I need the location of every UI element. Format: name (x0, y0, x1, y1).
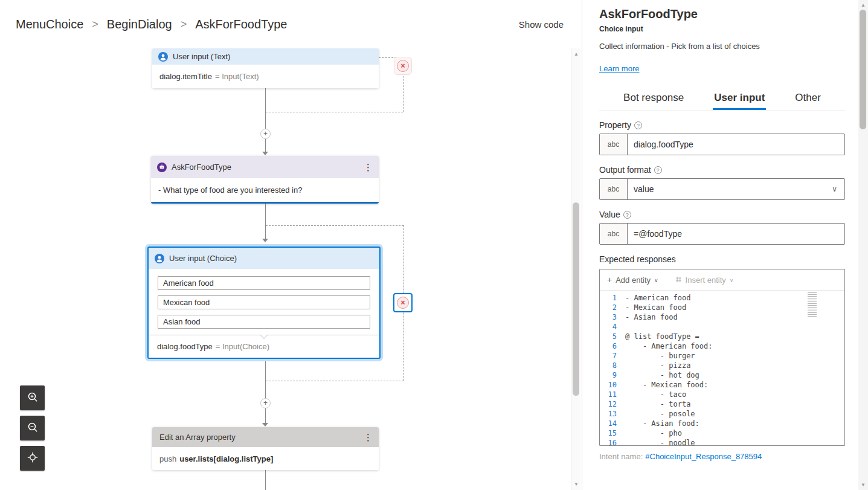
chevron-down-icon: ∨ (730, 277, 734, 283)
node-title: Edit an Array property (159, 433, 236, 442)
tab-bot-response[interactable]: Bot response (622, 87, 685, 110)
operation-text: push (159, 454, 176, 463)
panel-title: AskForFoodType (599, 7, 845, 21)
breadcrumb-item[interactable]: BeginDialog (107, 18, 172, 31)
node-title: AskForFoodType (172, 163, 231, 172)
branch-connector-dashed (266, 381, 403, 381)
scrollbar-thumb[interactable] (573, 202, 579, 396)
code-line: 10 - Mexican food: (600, 380, 844, 390)
field-type-badge: abc (600, 224, 628, 244)
close-circle-icon[interactable]: × (397, 60, 409, 72)
property-text: dialog.foodType (157, 342, 213, 351)
arrowhead-icon (262, 423, 268, 427)
insert-entity-label: Insert entity (686, 276, 726, 285)
prompt-text: - What type of food are you interested i… (151, 178, 379, 202)
flow-node-askforfoodtype[interactable]: AskForFoodType ⋮ - What type of food are… (151, 156, 379, 204)
zoom-in-button[interactable] (20, 385, 45, 410)
tab-other[interactable]: Other (794, 87, 822, 110)
tab-user-input[interactable]: User input (713, 87, 766, 110)
user-input-form: Property ? abc dialog.foodType Output fo… (599, 120, 845, 461)
minimap (808, 292, 817, 318)
chevron-down-icon: ∨ (654, 277, 658, 283)
delete-branch-marker-selected[interactable]: × (393, 293, 413, 312)
bot-prompt-icon (157, 163, 167, 172)
canvas-header: MenuChoice>BeginDialog>AskForFoodType Sh… (0, 0, 582, 48)
code-line: 14 - Asian food: (600, 419, 844, 428)
user-icon (158, 52, 168, 62)
add-node-button[interactable]: + (260, 129, 271, 139)
flow-node-edit-array[interactable]: Edit an Array property ⋮ push user.lists… (152, 427, 379, 470)
choice-item[interactable]: Mexican food (158, 295, 370, 309)
scroll-down-icon[interactable]: ▼ (571, 480, 581, 489)
property-input[interactable]: dialog.foodType (628, 134, 844, 155)
zoom-out-button[interactable] (20, 416, 45, 440)
code-line: 6 - American food: (600, 341, 844, 351)
flow-node-user-input-choice[interactable]: User input (Choice) American foodMexican… (147, 247, 381, 359)
code-line: 12 - torta (600, 399, 844, 409)
center-view-button[interactable] (20, 446, 45, 471)
label-text: Expected responses (599, 254, 676, 264)
more-options-icon[interactable]: ⋮ (364, 162, 373, 173)
show-code-button[interactable]: Show code (519, 19, 564, 30)
panel-subtitle: Choice input (599, 25, 845, 33)
output-format-field[interactable]: abc value ∨ (599, 178, 845, 200)
label-text: Output format (599, 165, 651, 175)
scroll-up-icon[interactable]: ▲ (571, 50, 581, 59)
breadcrumb-item[interactable]: MenuChoice (16, 18, 83, 31)
choice-list: American foodMexican foodAsian food (149, 269, 379, 335)
value-text: user.lists[dialog.listType] (179, 454, 273, 463)
value-field[interactable]: abc =@foodType (599, 223, 845, 245)
field-type-badge: abc (600, 134, 628, 155)
lu-editor: + Add entity ∨ Insert entity ∨ (599, 269, 845, 446)
scrollbar-thumb[interactable] (860, 10, 866, 129)
add-entity-button[interactable]: + Add entity ∨ (607, 275, 658, 285)
user-icon (155, 254, 164, 263)
code-line: 7 - burger (600, 351, 844, 361)
node-header: User input (Choice) (149, 248, 379, 269)
add-icon: + (607, 275, 612, 285)
choice-item[interactable]: American food (158, 276, 370, 290)
code-line: 9 - hot dog (600, 370, 844, 380)
canvas-scrollbar[interactable]: ▲ ▼ (571, 48, 580, 490)
assignment-text: = Input(Text) (215, 72, 259, 81)
output-format-select[interactable]: value (628, 179, 844, 199)
lu-editor-toolbar: + Add entity ∨ Insert entity ∨ (600, 269, 844, 291)
breadcrumb-separator-icon: > (181, 18, 187, 31)
scroll-up-icon[interactable]: ▲ (858, 1, 868, 10)
intent-name-row: Intent name:#ChoiceInput_Response_878594 (599, 452, 845, 461)
flow-node-user-input-text[interactable]: User input (Text) dialog.itemTitle = Inp… (152, 48, 379, 88)
node-title: User input (Choice) (169, 254, 237, 263)
choice-item[interactable]: Asian food (158, 315, 370, 329)
prompt-text-value: - What type of food are you interested i… (158, 185, 302, 195)
connector-line (265, 361, 266, 423)
insert-entity-button[interactable]: Insert entity ∨ (675, 276, 734, 285)
close-circle-icon[interactable]: × (397, 297, 409, 309)
chevron-down-icon[interactable]: ∨ (832, 185, 837, 193)
breadcrumb-item[interactable]: AskForFoodType (195, 18, 287, 31)
property-field[interactable]: abc dialog.foodType (599, 134, 845, 155)
output-format-field-label: Output format ? (599, 165, 845, 175)
label-text: Value (599, 210, 620, 219)
learn-more-link[interactable]: Learn more (599, 64, 639, 73)
value-input[interactable]: =@foodType (628, 224, 844, 244)
scroll-down-icon[interactable]: ▼ (858, 480, 868, 489)
add-node-button[interactable]: + (260, 398, 271, 408)
add-entity-label: Add entity (616, 276, 651, 285)
code-line: 4 (600, 322, 844, 332)
code-line: 15 - pho (600, 428, 844, 438)
lu-code-lines[interactable]: 1- American food2- Mexican food3- Asian … (600, 291, 844, 445)
help-icon: ? (623, 211, 631, 219)
node-title: User input (Text) (173, 52, 230, 61)
intent-link[interactable]: #ChoiceInput_Response_878594 (645, 452, 762, 461)
node-footer: dialog.foodType = Input(Choice) (149, 335, 379, 358)
code-line: 5@ list foodType = (600, 332, 844, 341)
more-options-icon[interactable]: ⋮ (364, 432, 373, 443)
arrowhead-icon (262, 152, 268, 155)
code-line: 13 - posole (600, 409, 844, 419)
branch-connector-dashed (266, 112, 403, 112)
panel-scrollbar[interactable]: ▲ ▼ (858, 0, 868, 490)
branch-connector-dashed (266, 225, 403, 226)
breadcrumb-separator-icon: > (92, 18, 98, 31)
help-icon: ? (654, 166, 662, 174)
delete-branch-marker[interactable]: × (394, 57, 412, 75)
